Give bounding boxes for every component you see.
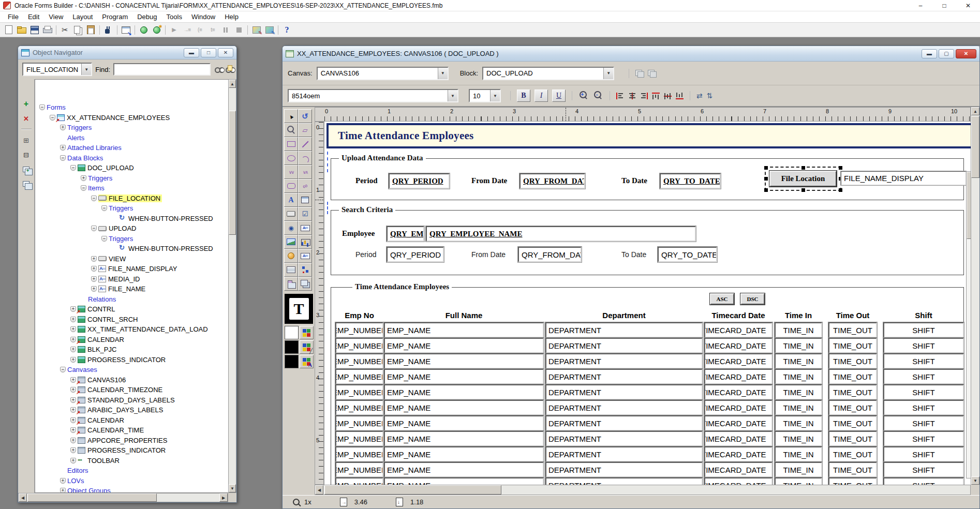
tree-tool[interactable] bbox=[298, 263, 312, 277]
step-over-button[interactable] bbox=[194, 24, 206, 36]
tree-node-view[interactable]: +VIEW bbox=[35, 254, 228, 264]
tree-node-triggers[interactable]: +Triggers bbox=[35, 173, 228, 184]
table-field-emp_number[interactable]: EMP_NUMBER bbox=[335, 369, 383, 384]
collapse-icon[interactable]: − bbox=[91, 196, 97, 201]
collapse-icon[interactable]: − bbox=[81, 185, 86, 191]
table-field-time_in[interactable]: TIME_IN bbox=[775, 462, 822, 477]
data-block-wizard-button[interactable] bbox=[263, 24, 276, 36]
table-field-emp_number[interactable]: EMP_NUMBER bbox=[335, 415, 383, 431]
check-tool[interactable] bbox=[298, 207, 312, 221]
tree-node-arabic-days-labels[interactable]: +ARABIC_DAYS_LABELS bbox=[35, 405, 228, 415]
menu-tools[interactable]: Tools bbox=[162, 12, 187, 22]
table-field-shift[interactable]: SHIFT bbox=[883, 477, 964, 485]
tree-node-blk-pjc[interactable]: +BLK_PJC bbox=[35, 345, 228, 355]
table-field-emp_number[interactable]: EMP_NUMBER bbox=[335, 446, 383, 462]
copy-button[interactable] bbox=[71, 24, 84, 36]
table-field-time_in[interactable]: TIME_IN bbox=[775, 353, 822, 369]
new-form-button[interactable] bbox=[2, 24, 15, 36]
table-field-time_in[interactable]: TIME_IN bbox=[775, 415, 822, 431]
table-field-emp_name[interactable]: EMP_NAME bbox=[384, 431, 544, 446]
expand-icon[interactable]: + bbox=[91, 266, 97, 272]
tree-node-object-groups[interactable]: +Object Groups bbox=[35, 486, 228, 493]
magnify-tool[interactable] bbox=[284, 123, 298, 137]
table-field-time_in[interactable]: TIME_IN bbox=[775, 369, 822, 384]
table-field-emp_number[interactable]: EMP_NUMBER bbox=[335, 431, 383, 446]
tree-node-upload[interactable]: −UPLOAD bbox=[35, 223, 228, 234]
onav-horizontal-scrollbar[interactable]: ◀ ▶ bbox=[18, 493, 228, 502]
table-field-department[interactable]: DEPARTMENT bbox=[545, 338, 703, 353]
expand-icon[interactable]: + bbox=[70, 347, 76, 352]
table-field-timecard_date[interactable]: TIMECARD_DATE bbox=[704, 369, 773, 384]
button-tool[interactable] bbox=[284, 207, 298, 221]
frame-tool[interactable] bbox=[298, 193, 312, 207]
align-middle-icon[interactable] bbox=[664, 93, 672, 99]
table-field-time_out[interactable]: TIME_OUT bbox=[828, 400, 877, 415]
table-field-emp_name[interactable]: EMP_NAME bbox=[384, 338, 544, 353]
tree-node-file-name[interactable]: +FILE_NAME bbox=[35, 284, 228, 294]
tree-node-file-name-display[interactable]: +FILE_NAME_DISPLAY bbox=[35, 264, 228, 274]
table-field-emp_number[interactable]: EMP_NUMBER bbox=[335, 338, 383, 353]
expand-icon[interactable]: + bbox=[70, 317, 76, 322]
polyline-tool[interactable] bbox=[298, 165, 312, 179]
run-form-button[interactable] bbox=[120, 24, 132, 36]
table-field-timecard_date[interactable]: TIMECARD_DATE bbox=[704, 400, 773, 415]
open-button[interactable] bbox=[15, 24, 28, 36]
collapse-button[interactable]: ⊟ bbox=[21, 149, 32, 160]
table-field-time_out[interactable]: TIME_OUT bbox=[828, 353, 877, 369]
debug-run-button[interactable] bbox=[168, 24, 181, 36]
table-field-time_out[interactable]: TIME_OUT bbox=[828, 415, 877, 431]
tree-node-progress-indicator[interactable]: +PROGRESS_INDICATOR bbox=[35, 355, 228, 365]
tree-node-relations[interactable]: Relations bbox=[35, 294, 228, 305]
table-field-shift[interactable]: SHIFT bbox=[883, 462, 964, 477]
table-field-time_out[interactable]: TIME_OUT bbox=[828, 369, 877, 384]
table-field-emp_name[interactable]: EMP_NAME bbox=[384, 477, 544, 485]
freehand-tool[interactable] bbox=[298, 179, 312, 193]
expand-icon[interactable]: + bbox=[60, 488, 66, 493]
tree-node-appcore-properties[interactable]: +APPCORE_PROPERTIES bbox=[35, 436, 228, 446]
table-field-timecard_date[interactable]: TIMECARD_DATE bbox=[704, 477, 773, 485]
ellipse-tool[interactable] bbox=[284, 151, 298, 165]
stacked-view-icon[interactable] bbox=[635, 70, 644, 77]
image-tool[interactable] bbox=[284, 235, 298, 249]
rotate-tool[interactable] bbox=[298, 109, 312, 123]
table-field-department[interactable]: DEPARTMENT bbox=[545, 400, 703, 415]
table-field-department[interactable]: DEPARTMENT bbox=[545, 384, 703, 400]
table-field-emp_name[interactable]: EMP_NAME bbox=[384, 400, 544, 415]
tree-node-attached-libraries[interactable]: +Attached Libraries bbox=[35, 143, 228, 153]
table-field-time_out[interactable]: TIME_OUT bbox=[828, 322, 877, 338]
led-minimize-button[interactable]: ▬ bbox=[922, 49, 937, 58]
table-field-timecard_date[interactable]: TIMECARD_DATE bbox=[704, 384, 773, 400]
led-vertical-scrollbar[interactable]: ▲ ▼ bbox=[971, 107, 979, 485]
delete-button[interactable]: ✕ bbox=[21, 113, 32, 124]
selection-handle[interactable] bbox=[839, 166, 842, 170]
expand-icon[interactable]: + bbox=[91, 256, 97, 262]
tree-node-triggers[interactable]: −Triggers bbox=[35, 234, 228, 244]
table-field-emp_number[interactable]: EMP_NUMBER bbox=[335, 462, 383, 477]
help-button[interactable] bbox=[280, 24, 293, 36]
table-field-shift[interactable]: SHIFT bbox=[883, 338, 964, 353]
stop-button[interactable] bbox=[232, 24, 245, 36]
expand-icon[interactable]: + bbox=[70, 417, 76, 423]
expand-icon[interactable]: + bbox=[70, 387, 76, 393]
upload-period-field[interactable]: QRY_PERIOD bbox=[389, 173, 450, 189]
upload-from-date-field[interactable]: QRY_FROM_DATE bbox=[519, 173, 585, 189]
block-scroll-thumb[interactable] bbox=[967, 172, 971, 239]
table-field-department[interactable]: DEPARTMENT bbox=[545, 462, 703, 477]
table-field-shift[interactable]: SHIFT bbox=[883, 384, 964, 400]
tree-node-contrl[interactable]: +CONTRL bbox=[35, 304, 228, 315]
tree-node-data-blocks[interactable]: −Data Blocks bbox=[35, 153, 228, 163]
font-name-selector[interactable]: 8514oem ▼ bbox=[288, 89, 458, 102]
table-field-time_in[interactable]: TIME_IN bbox=[775, 477, 822, 485]
tree-node-when-button-pressed[interactable]: WHEN-BUTTON-PRESSED bbox=[35, 244, 228, 254]
expand-icon[interactable]: + bbox=[70, 306, 76, 312]
table-field-time_out[interactable]: TIME_OUT bbox=[828, 338, 877, 353]
block-scrollbar[interactable] bbox=[966, 171, 971, 478]
selection-handle[interactable] bbox=[764, 177, 768, 181]
tree-node-calendar[interactable]: +CALENDAR bbox=[35, 335, 228, 345]
file-name-display-field[interactable]: FILE_NAME_DISPLAY bbox=[841, 171, 966, 185]
list-tool[interactable] bbox=[284, 263, 298, 277]
table-field-timecard_date[interactable]: TIMECARD_DATE bbox=[704, 446, 773, 462]
table-field-time_in[interactable]: TIME_IN bbox=[775, 400, 822, 415]
paste-button[interactable] bbox=[84, 24, 97, 36]
onav-minimize-button[interactable]: ▬ bbox=[184, 48, 199, 57]
